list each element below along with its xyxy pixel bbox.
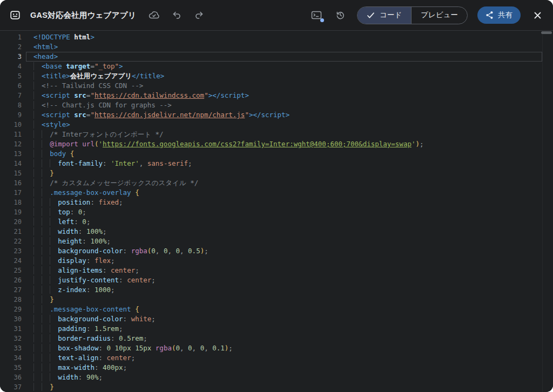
indent-guide <box>33 266 42 274</box>
code-line[interactable]: 18 position: fixed; <box>0 198 553 207</box>
indent-guide <box>42 208 50 216</box>
code-line[interactable]: 33 box-shadow: 0 10px 15px rgba(0, 0, 0,… <box>0 343 553 353</box>
code-line[interactable]: 17 .message-box-overlay { <box>0 188 553 198</box>
code-line[interactable]: 3<head> <box>0 52 553 62</box>
indent-guide <box>33 218 42 226</box>
line-number: 13 <box>0 149 26 159</box>
code-editor[interactable]: 1<!DOCTYPE html>2<html>3<head>4 <base ta… <box>0 31 553 392</box>
code-text: <script src="https://cdn.jsdelivr.net/np… <box>26 110 542 120</box>
tab-code[interactable]: コード <box>358 7 411 24</box>
line-number: 12 <box>0 139 26 149</box>
code-line[interactable]: 29 .message-box-content { <box>0 305 553 314</box>
indent-guide <box>50 159 58 167</box>
code-text: height: 100%; <box>26 236 542 246</box>
code-text: } <box>26 295 542 305</box>
tab-code-label: コード <box>380 10 402 20</box>
indent-guide <box>42 140 50 148</box>
code-line[interactable]: 36 width: 90%; <box>0 373 553 382</box>
code-line[interactable]: 1<!DOCTYPE html> <box>0 32 553 42</box>
history-button[interactable] <box>333 8 347 22</box>
line-number: 33 <box>0 343 26 353</box>
line-number: 15 <box>0 168 26 178</box>
indent-guide <box>42 130 50 138</box>
code-line[interactable]: 28 } <box>0 295 553 305</box>
indent-guide <box>33 383 42 391</box>
code-line[interactable]: 37 } <box>0 382 553 392</box>
code-lines: 1<!DOCTYPE html>2<html>3<head>4 <base ta… <box>0 32 553 392</box>
indent-guide <box>33 344 42 352</box>
indent-guide <box>50 373 58 381</box>
code-line[interactable]: 12 @import url('https://fonts.googleapis… <box>0 139 553 149</box>
code-text: align-items: center; <box>26 266 542 275</box>
code-line[interactable]: 8 <!-- Chart.js CDN for graphs --> <box>0 100 553 110</box>
code-line[interactable]: 34 text-align: center; <box>0 353 553 363</box>
code-line[interactable]: 14 font-family: 'Inter', sans-serif; <box>0 159 553 168</box>
code-line[interactable]: 15 } <box>0 168 553 178</box>
line-number: 28 <box>0 295 26 305</box>
code-text: } <box>26 168 542 178</box>
undo-button[interactable] <box>170 8 184 22</box>
line-number: 18 <box>0 198 26 207</box>
code-line[interactable]: 27 z-index: 1000; <box>0 285 553 295</box>
code-line[interactable]: 4 <base target="_top"> <box>0 62 553 71</box>
indent-guide <box>33 334 42 342</box>
code-line[interactable]: 6 <!-- Tailwind CSS CDN --> <box>0 81 553 91</box>
code-line[interactable]: 2<html> <box>0 42 553 52</box>
line-number: 23 <box>0 246 26 256</box>
code-line[interactable]: 35 max-width: 400px; <box>0 363 553 373</box>
indent-guide <box>50 208 58 216</box>
redo-button[interactable] <box>192 8 206 22</box>
code-line[interactable]: 25 align-items: center; <box>0 266 553 275</box>
code-text: padding: 1.5rem; <box>26 324 542 334</box>
indent-guide <box>33 237 42 245</box>
code-text: .message-box-overlay { <box>26 188 542 198</box>
code-line[interactable]: 19 top: 0; <box>0 207 553 217</box>
line-number: 6 <box>0 81 26 91</box>
console-button[interactable] <box>309 8 323 22</box>
code-line[interactable]: 32 border-radius: 0.5rem; <box>0 334 553 343</box>
code-line[interactable]: 5 <title>会社用ウェブアプリ</title> <box>0 71 553 81</box>
code-line[interactable]: 20 left: 0; <box>0 217 553 227</box>
code-text: <head> <box>26 52 542 62</box>
title-bar-right: コード プレビュー 共有 <box>309 6 544 24</box>
code-text: /* Interフォントのインポート */ <box>26 130 542 139</box>
indent-guide <box>42 325 50 333</box>
cloud-done-icon <box>147 8 161 22</box>
code-line[interactable]: 11 /* Interフォントのインポート */ <box>0 130 553 139</box>
code-line[interactable]: 7 <script src="https://cdn.tailwindcss.c… <box>0 91 553 100</box>
code-line[interactable]: 26 justify-content: center; <box>0 275 553 285</box>
code-text: /* カスタムメッセージボックスのスタイル */ <box>26 178 542 188</box>
code-line[interactable]: 13 body { <box>0 149 553 159</box>
code-line[interactable]: 21 width: 100%; <box>0 227 553 236</box>
line-number: 19 <box>0 207 26 217</box>
code-line[interactable]: 23 background-color: rgba(0, 0, 0, 0.5); <box>0 246 553 256</box>
indent-guide <box>33 159 42 167</box>
title-bar-left: GAS対応会社用ウェブアプリ <box>9 8 206 22</box>
line-number: 21 <box>0 227 26 236</box>
line-number: 5 <box>0 71 26 81</box>
indent-guide <box>50 218 58 226</box>
code-line[interactable]: 10 <style> <box>0 120 553 130</box>
indent-guide <box>33 295 42 303</box>
line-number: 24 <box>0 256 26 266</box>
indent-guide <box>50 256 58 265</box>
indent-guide <box>42 315 50 323</box>
indent-guide <box>42 237 50 245</box>
tab-preview[interactable]: プレビュー <box>412 7 467 24</box>
indent-guide <box>42 344 50 352</box>
code-text: display: flex; <box>26 256 542 266</box>
code-line[interactable]: 9 <script src="https://cdn.jsdelivr.net/… <box>0 110 553 120</box>
code-line[interactable]: 31 padding: 1.5rem; <box>0 324 553 334</box>
indent-guide <box>42 179 50 187</box>
indent-guide <box>42 354 50 362</box>
code-line[interactable]: 16 /* カスタムメッセージボックスのスタイル */ <box>0 178 553 188</box>
scrollbar-thumb[interactable] <box>541 31 552 34</box>
share-button[interactable]: 共有 <box>477 6 521 24</box>
scrollbar-track <box>542 31 543 392</box>
code-line[interactable]: 24 display: flex; <box>0 256 553 266</box>
code-text: @import url('https://fonts.googleapis.co… <box>26 139 542 149</box>
indent-guide <box>50 334 58 342</box>
close-button[interactable] <box>530 8 544 22</box>
code-line[interactable]: 22 height: 100%; <box>0 236 553 246</box>
code-line[interactable]: 30 background-color: white; <box>0 314 553 324</box>
